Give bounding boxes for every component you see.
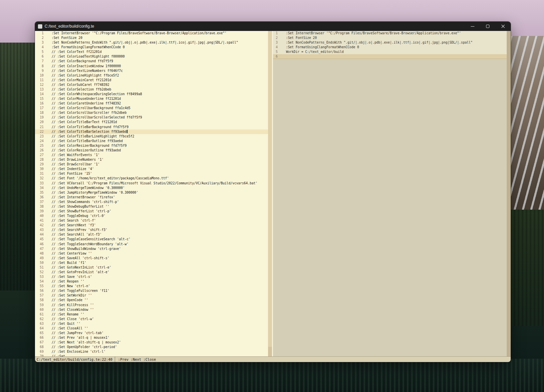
line-text[interactable]: // :Set Prev 'alt-q | mousex1' xyxy=(52,336,109,339)
line-text[interactable]: // :Set KillProcess '' xyxy=(52,303,94,307)
code-line[interactable]: 25// :Set ColorResizerBackground ffd7f5f… xyxy=(35,143,268,148)
line-text[interactable]: // :Set ColorMouseUnderline ff21201d xyxy=(52,97,121,100)
code-line[interactable]: 31// :Set FontSize '15' xyxy=(35,171,268,176)
code-line[interactable]: 11// :Set ColorMainCaret ff21201d xyxy=(35,78,268,83)
line-text[interactable]: // :Set ColorTitleBarText ff21201d xyxy=(52,120,117,124)
line-text[interactable]: // :Set ToggleDebug 'ctrl-0' xyxy=(52,214,106,218)
line-text[interactable]: :Set InternetBrowser '"C:/Program Files/… xyxy=(286,31,461,35)
code-line[interactable]: 3:Set NonCodePatterns_EndsWith ".git/|.o… xyxy=(273,40,507,45)
line-text[interactable]: WorkDir = C:/text_editor/build xyxy=(286,50,344,54)
line-text[interactable]: :Set InternetBrowser '"C:/Program Files/… xyxy=(52,31,227,35)
line-text[interactable]: // :Set ColorInactiveWindow 1f000000 xyxy=(52,64,121,68)
code-line[interactable]: 59// :Set KillProcess '' xyxy=(35,303,268,307)
line-text[interactable]: // :Set Quit '' xyxy=(52,322,81,325)
code-line[interactable]: 65// :Set JumpPrev 'ctrl-tab' xyxy=(35,331,268,335)
line-text[interactable]: :Set FormatUsingClangFormatWhenCCode 0 xyxy=(286,45,359,49)
code-line[interactable]: 62// :Set Close 'ctrl-w' xyxy=(35,317,268,321)
line-text[interactable]: // :Set ColorScrollbarScrollerSelected f… xyxy=(52,115,142,119)
close-button[interactable] xyxy=(495,22,511,31)
line-text[interactable]: // :Set GotoPrevInList 'alt-e' xyxy=(52,270,109,274)
code-line[interactable]: 27// :Set WaitForEvents '1' xyxy=(35,153,268,157)
code-line[interactable]: 28// :Set DrawLineNumbers '1' xyxy=(35,157,268,162)
code-line[interactable]: 68// :Set OpenUpFolder 'ctrl-period' xyxy=(35,345,268,349)
line-text[interactable]: // :Set ShowCommands 'ctrl-shift-p' xyxy=(52,200,119,204)
code-line[interactable]: 63// :Set Quit '' xyxy=(35,321,268,326)
code-line[interactable]: 46// :Set ToggleSearchWordBoundary 'alt-… xyxy=(35,242,268,247)
code-line[interactable]: 49// :Set SaveAll 'ctrl-shift-s' xyxy=(35,256,268,261)
line-text[interactable]: // :Set CenterView '' xyxy=(52,252,92,255)
code-line[interactable]: 4:Set FormatUsingClangFormatWhenCCode 0 xyxy=(35,45,268,50)
line-text[interactable]: // :Set EncloseLine 'ctrl-l' xyxy=(52,350,106,353)
code-line[interactable]: 47// :Set ShowBuildWindow 'ctrl-grave' xyxy=(35,247,268,251)
code-line[interactable]: 18// :Set ColorScrollbarScroller ffb2dbe… xyxy=(35,110,268,115)
code-line[interactable]: 23// :Set ColorTitleBarLineHighlight ffb… xyxy=(35,134,268,139)
code-line[interactable]: 41// :Set Search 'ctrl-f' xyxy=(35,218,268,223)
code-line[interactable]: 12// :Set ColorSubCaret ff748392 xyxy=(35,83,268,87)
line-text[interactable]: // :Set OpenUpFolder 'ctrl-period' xyxy=(52,345,117,349)
code-line[interactable]: 48// :Set CenterView '' xyxy=(35,251,268,256)
code-line[interactable]: 6// :Set ColorLoadTextHighlight f000000 xyxy=(35,54,268,59)
line-text[interactable]: :Set NonCodePatterns_EndsWith ".git/|.ob… xyxy=(286,41,472,44)
line-text[interactable]: // :Set Reopen '' xyxy=(52,280,84,283)
code-line[interactable]: 2:Set FontSize 20 xyxy=(35,36,268,40)
line-text[interactable]: // :Set ColorText ff21201d xyxy=(52,50,102,54)
line-text[interactable]: // :Set Close 'ctrl-w' xyxy=(52,317,94,321)
left-scrollbar-thumb[interactable] xyxy=(268,31,272,347)
editor-pane-active[interactable]: 1:Set InternetBrowser '"C:/Program Files… xyxy=(35,31,268,356)
line-text[interactable]: // :Set ToggleCaseSensitiveSearch 'alt-c… xyxy=(52,237,131,241)
left-scrollbar[interactable] xyxy=(268,31,272,356)
editor-pane-inactive[interactable]: 1:Set InternetBrowser '"C:/Program Files… xyxy=(273,31,507,356)
line-text[interactable]: // :Set JumpHistoryMergeTimeWindow '0.30… xyxy=(52,191,138,194)
code-line[interactable]: 24// :Set ColorTitleBarOutline ff93aebd xyxy=(35,139,268,143)
code-line[interactable]: 34// :Set UndoMergeTimeWindow '0.300000' xyxy=(35,186,268,190)
right-scrollbar[interactable] xyxy=(507,31,511,356)
line-text[interactable]: // :Set ColorMainCaret ff21201d xyxy=(52,78,111,82)
line-text[interactable]: // :Set SaveAll 'ctrl-shift-s' xyxy=(52,256,109,260)
line-text[interactable]: // :Set ToggleSearchWordBoundary 'alt-w' xyxy=(52,242,129,246)
line-text[interactable]: // :Set ColorScrollbarBackground ffa1c4d… xyxy=(52,106,131,110)
line-text[interactable]: // :Set ColorCaretUnderline ff748392 xyxy=(52,101,121,105)
line-text[interactable]: // :Set ColorTitleBarOutline ff93aebd xyxy=(52,139,123,143)
maximize-button[interactable] xyxy=(480,22,495,31)
code-line[interactable]: 15// :Set ColorMouseUnderline ff21201d xyxy=(35,97,268,101)
code-line[interactable]: 54// :Set Reopen '' xyxy=(35,279,268,284)
code-line[interactable]: 42// :Set SearchNext 'f3' xyxy=(35,223,268,228)
code-line[interactable]: 69// :Set EncloseLine 'ctrl-l' xyxy=(35,349,268,354)
code-line[interactable]: 22// :Set ColorTitleBarSelection ff93aeb… xyxy=(35,129,268,134)
code-line[interactable]: 19// :Set ColorScrollbarScrollerSelected… xyxy=(35,115,268,120)
code-line[interactable]: 36// :Set InternetBrowser 'firefox' xyxy=(35,195,268,200)
line-text[interactable]: // :Set ColorSubCaret ff748392 xyxy=(52,83,109,87)
code-line[interactable]: 13// :Set ColorSelection ffb2dbeb xyxy=(35,87,268,92)
line-text[interactable]: // :Set SearchNext 'f3' xyxy=(52,223,96,227)
code-line[interactable]: 37// :Set ShowCommands 'ctrl-shift-p' xyxy=(35,200,268,204)
code-line[interactable]: 35// :Set JumpHistoryMergeTimeWindow '0.… xyxy=(35,190,268,195)
line-text[interactable]: // :Set ColorResizerBackground ffd7f5f9 xyxy=(52,144,127,147)
line-text[interactable]: // :Set DrawScrollbar '1' xyxy=(52,162,100,166)
code-line[interactable]: 38// :Set ShowDebugBufferList '' xyxy=(35,204,268,209)
code-line[interactable]: 53// :Set Save 'ctrl-s' xyxy=(35,275,268,279)
code-line[interactable]: 16// :Set ColorCaretUnderline ff748392 xyxy=(35,101,268,106)
code-line[interactable]: 9// :Set ColorTextLineNumbers ff646f7c xyxy=(35,69,268,73)
code-line[interactable]: 44// :Set SearchAll 'alt-f3' xyxy=(35,232,268,237)
code-line[interactable]: 4:Set FormatUsingClangFormatWhenCCode 0 xyxy=(273,45,507,50)
line-text[interactable]: // :Set VCVarsall 'C:/Program Files/Micr… xyxy=(52,181,257,185)
line-text[interactable]: // :Set ToggleFullscreen 'f11' xyxy=(52,289,109,293)
line-text[interactable]: // :Set ColorTitleBarSelection ff93aebd xyxy=(52,130,127,133)
code-line[interactable]: 5WorkDir = C:/text_editor/build xyxy=(273,50,507,54)
code-line[interactable]: 5// :Set ColorText ff21201d xyxy=(35,50,268,54)
line-text[interactable]: // :Set DrawLineNumbers '1' xyxy=(52,158,104,161)
line-text[interactable]: // :Set Next 'alt-shift-q | mousex2' xyxy=(52,340,121,344)
code-line[interactable]: 57// :Set SetWorkDir '' xyxy=(35,293,268,298)
line-text[interactable]: // :Set OpenCode '' xyxy=(52,298,88,302)
line-text[interactable]: // :Set ColorBackground ffd7f5f9 xyxy=(52,59,113,63)
line-text[interactable]: :Set FontSize 20 xyxy=(286,36,317,40)
line-text[interactable]: :Set NonCodePatterns_EndsWith ".git/|.ob… xyxy=(52,41,238,44)
line-text[interactable]: // :Set IndentSize '4' xyxy=(52,167,94,171)
code-line[interactable]: 70// :Set xyxy=(35,354,268,356)
code-line[interactable]: 43// :Set SearchPrev 'shift-f3' xyxy=(35,228,268,232)
line-text[interactable]: // :Set New 'ctrl-n' xyxy=(52,284,90,288)
code-line[interactable]: 30// :Set IndentSize '4' xyxy=(35,167,268,171)
line-text[interactable]: // :Set ColorTextLineNumbers ff646f7c xyxy=(52,69,123,73)
line-text[interactable]: // :Set SetWorkDir '' xyxy=(52,294,92,297)
line-text[interactable]: // :Set ShowDebugBufferList '' xyxy=(52,205,109,208)
